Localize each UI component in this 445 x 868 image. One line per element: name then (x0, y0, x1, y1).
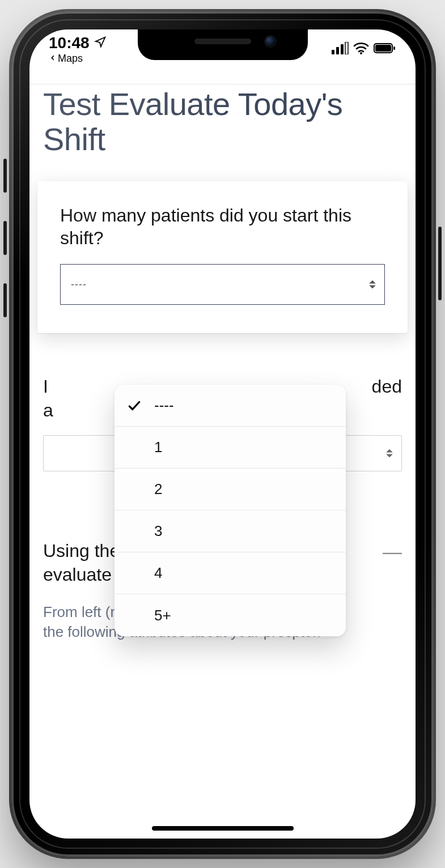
checkmark-icon (127, 398, 142, 413)
patients-select[interactable]: ---- (60, 264, 385, 305)
back-caret-icon (49, 53, 57, 63)
collapse-toggle[interactable]: — (383, 542, 402, 561)
option-label: 5+ (154, 607, 171, 624)
device-notch (138, 29, 308, 60)
patients-option-4[interactable]: 4 (115, 552, 346, 594)
status-bar-left: 10:48 Maps (49, 35, 107, 63)
back-to-app[interactable]: Maps (49, 53, 83, 63)
question-card-patients: How many patients did you start this shi… (37, 181, 408, 333)
patients-option-2[interactable]: 2 (115, 469, 346, 510)
power-button (438, 227, 442, 300)
svg-rect-2 (341, 44, 344, 54)
question-2-fragment-left: I (43, 375, 48, 398)
svg-rect-0 (332, 50, 334, 54)
collapse-dash-icon: — (383, 541, 402, 562)
svg-point-4 (360, 52, 362, 54)
question-patients-label: How many patients did you start this shi… (60, 204, 385, 249)
svg-rect-3 (345, 42, 348, 54)
back-to-app-label: Maps (58, 53, 83, 63)
status-time: 10:48 (49, 35, 90, 51)
select-stepper-icon (385, 448, 393, 459)
select-stepper-icon (368, 279, 376, 290)
app-content: Test Evaluate Today's Shift How many pat… (29, 84, 416, 839)
patients-option-5plus[interactable]: 5+ (115, 594, 346, 636)
question-2-fragment-right: ded (372, 375, 402, 398)
cellular-icon (332, 40, 349, 58)
option-label: 4 (154, 564, 162, 582)
svg-rect-7 (393, 46, 395, 50)
patients-option-placeholder[interactable]: ---- (115, 385, 346, 427)
screen: 10:48 Maps (29, 29, 416, 839)
patients-option-3[interactable]: 3 (115, 510, 346, 552)
page-title: Test Evaluate Today's Shift (29, 84, 416, 162)
option-label: 2 (154, 480, 162, 498)
status-bar-right (332, 40, 396, 58)
option-label: 1 (154, 439, 162, 456)
front-camera (265, 36, 276, 46)
device-frame: 10:48 Maps (11, 11, 434, 857)
option-label: ---- (154, 397, 174, 414)
patients-select-popover: ---- 1 2 3 4 5+ (115, 385, 346, 636)
svg-rect-6 (375, 45, 391, 52)
device-bezel: 10:48 Maps (19, 19, 426, 849)
home-indicator[interactable] (152, 826, 294, 831)
location-icon (94, 35, 107, 51)
speaker-grille (194, 39, 251, 44)
question-2-fragment-bottom: a (43, 399, 53, 422)
battery-icon (374, 40, 396, 58)
option-label: 3 (154, 522, 162, 540)
patients-select-value: ---- (71, 279, 87, 291)
svg-rect-1 (336, 47, 339, 54)
wifi-icon (353, 40, 369, 58)
patients-option-1[interactable]: 1 (115, 427, 346, 469)
